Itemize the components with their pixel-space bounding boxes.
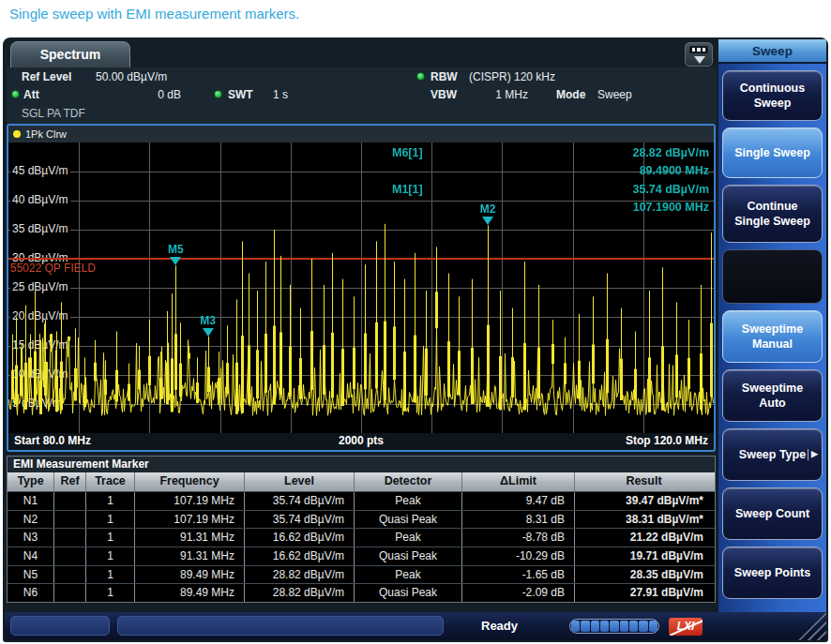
swt-value[interactable]: 1 s bbox=[273, 88, 288, 101]
cell-frequency: 91.31 MHz bbox=[135, 547, 245, 565]
cell-type: N2 bbox=[8, 511, 54, 529]
rbw-led-icon bbox=[416, 72, 425, 81]
softkey-label: Single Sweep bbox=[734, 145, 810, 160]
resize-grip-icon bbox=[798, 612, 826, 640]
marker-info-frequency: 107.1900 MHz bbox=[633, 201, 709, 214]
status-segment bbox=[10, 616, 110, 636]
cell-result: 39.47 dBµV/m* bbox=[575, 492, 713, 510]
cell-level: 28.82 dBµV/m bbox=[245, 566, 355, 584]
progress-segment bbox=[571, 621, 580, 632]
cell-ref bbox=[54, 529, 86, 547]
softkey-menu: Sweep Continuous SweepSingle SweepContin… bbox=[718, 39, 826, 612]
progress-segment bbox=[629, 621, 638, 632]
status-flags: SGL PA TDF bbox=[22, 107, 85, 120]
axis-bar: Start 80.0 MHz 2000 pts Stop 120.0 MHz bbox=[8, 433, 714, 450]
progress-segment bbox=[591, 621, 599, 632]
softkey-sweeptime-manual[interactable]: Sweeptime Manual bbox=[722, 310, 823, 363]
swt-label: SWT bbox=[228, 88, 253, 101]
progress-bar bbox=[569, 619, 659, 634]
cell-dlimit: -8.78 dB bbox=[462, 529, 575, 547]
sweep-points-label: 2000 pts bbox=[8, 433, 714, 449]
marker-info-entry: M1[1]35.74 dBµV/m107.1900 MHz bbox=[385, 183, 711, 219]
cell-ref bbox=[54, 547, 86, 565]
cell-trace: 1 bbox=[86, 492, 135, 510]
att-led-icon bbox=[11, 90, 20, 98]
cell-level: 28.82 dBµV/m bbox=[245, 584, 355, 602]
table-header-row: TypeRefTraceFrequencyLevelDetectorΔLimit… bbox=[8, 472, 715, 491]
column-header-detector: Detector bbox=[355, 472, 462, 491]
lxi-logo-icon: LXI bbox=[669, 618, 703, 636]
cell-level: 35.74 dBµV/m bbox=[245, 511, 355, 529]
cell-detector: Quasi Peak bbox=[355, 547, 462, 565]
marker-info: M6[1]28.82 dBµV/m89.4900 MHzM1[1]35.74 d… bbox=[385, 146, 711, 219]
cell-detector: Peak bbox=[355, 529, 462, 547]
table-title: EMI Measurement Marker bbox=[8, 457, 715, 472]
table-row-n5[interactable]: N5189.49 MHz28.82 dBµV/mPeak-1.65 dB28.3… bbox=[8, 565, 715, 584]
tab-spectrum[interactable]: Spectrum bbox=[10, 41, 130, 67]
table-row-n4[interactable]: N4191.31 MHz16.62 dBµV/mQuasi Peak-10.29… bbox=[8, 547, 715, 565]
cell-ref bbox=[54, 492, 86, 510]
progress-segment bbox=[620, 621, 628, 632]
cell-dlimit: 9.47 dB bbox=[462, 492, 575, 510]
ref-level-value[interactable]: 50.00 dBµV/m bbox=[96, 70, 167, 83]
settings-header: Ref Level 50.00 dBµV/m Att 0 dB SWT 1 s … bbox=[7, 67, 717, 124]
att-label: Att bbox=[23, 88, 39, 101]
att-value[interactable]: 0 dB bbox=[100, 88, 181, 101]
softkey-single-sweep[interactable]: Single Sweep bbox=[722, 127, 823, 178]
trace-color-dot-icon bbox=[13, 130, 21, 138]
cell-detector: Peak bbox=[355, 566, 462, 584]
cell-dlimit: -10.29 dB bbox=[462, 547, 575, 565]
softkey-label: Continue Single Sweep bbox=[729, 199, 816, 230]
cell-detector: Quasi Peak bbox=[355, 511, 462, 529]
status-segment bbox=[117, 616, 444, 636]
marker-info-name: M1[1] bbox=[392, 183, 423, 196]
rbw-value[interactable]: (CISPR) 120 kHz bbox=[469, 70, 555, 83]
cell-result: 38.31 dBµV/m* bbox=[575, 511, 713, 529]
cell-trace: 1 bbox=[86, 566, 135, 584]
mode-value[interactable]: Sweep bbox=[597, 88, 632, 101]
cell-dlimit: -2.09 dB bbox=[462, 584, 575, 602]
table-row-n6[interactable]: N6189.49 MHz28.82 dBµV/mQuasi Peak-2.09 … bbox=[8, 583, 715, 602]
status-ready: Ready bbox=[481, 619, 518, 633]
softkey-label: Sweeptime Auto bbox=[729, 381, 816, 412]
softkey-continue-single-sweep[interactable]: Continue Single Sweep bbox=[722, 185, 823, 243]
softkey-label: Sweep Type bbox=[739, 447, 806, 462]
softkey-sweeptime-auto[interactable]: Sweeptime Auto bbox=[722, 369, 823, 422]
softkey-label: Continuous Sweep bbox=[729, 81, 816, 112]
softkey-sweep-points[interactable]: Sweep Points bbox=[722, 547, 823, 599]
window-menu-button[interactable] bbox=[685, 42, 713, 67]
softkey-sweep-count[interactable]: Sweep Count bbox=[722, 487, 823, 540]
cell-frequency: 107.19 MHz bbox=[135, 492, 245, 510]
marker-label-m5: M5 bbox=[168, 243, 184, 256]
column-header-dlimit: ΔLimit bbox=[462, 472, 575, 491]
table-body: N11107.19 MHz35.74 dBµV/mPeak9.47 dB39.4… bbox=[8, 491, 715, 602]
marker-info-entry: M6[1]28.82 dBµV/m89.4900 MHz bbox=[385, 146, 711, 183]
cell-result: 21.22 dBµV/m bbox=[575, 529, 713, 547]
cell-trace: 1 bbox=[86, 584, 135, 602]
status-bar: Ready LXI bbox=[5, 612, 826, 640]
analyzer-window: Spectrum Ref Level 50.00 dBµV/m Att 0 dB… bbox=[3, 37, 828, 642]
softkey-label: Sweep Points bbox=[734, 565, 810, 580]
spectrum-plot[interactable]: 45 dBµV/m40 dBµV/m35 dBµV/m30 dBµV/m25 d… bbox=[8, 142, 714, 433]
column-header-frequency: Frequency bbox=[135, 472, 245, 491]
cell-type: N4 bbox=[8, 547, 54, 565]
table-row-n2[interactable]: N21107.19 MHz35.74 dBµV/mQuasi Peak8.31 … bbox=[8, 510, 715, 529]
cell-dlimit: -1.65 dB bbox=[462, 566, 575, 584]
marker-label-m3: M3 bbox=[200, 314, 216, 327]
marker-triangle-icon[interactable] bbox=[170, 257, 181, 265]
measurement-window[interactable]: 1Pk Clrw 45 dBµV/m40 dBµV/m35 dBµV/m30 d… bbox=[7, 124, 716, 452]
cell-type: N1 bbox=[8, 492, 54, 510]
softkey-empty[interactable] bbox=[722, 249, 823, 304]
chevron-down-icon bbox=[694, 56, 705, 64]
progress-segment bbox=[581, 621, 589, 632]
trace-bar: 1Pk Clrw bbox=[8, 126, 714, 142]
marker-triangle-icon[interactable] bbox=[203, 328, 214, 337]
cell-dlimit: 8.31 dB bbox=[462, 511, 575, 529]
table-row-n3[interactable]: N3191.31 MHz16.62 dBµV/mPeak-8.78 dB21.2… bbox=[8, 528, 715, 547]
table-row-n1[interactable]: N11107.19 MHz35.74 dBµV/mPeak9.47 dB39.4… bbox=[8, 491, 715, 510]
cell-type: N6 bbox=[8, 584, 54, 602]
vbw-value[interactable]: 1 MHz bbox=[447, 88, 528, 101]
tab-bar: Spectrum bbox=[7, 39, 717, 67]
softkey-sweep-type[interactable]: Sweep Type▶ bbox=[722, 428, 823, 481]
softkey-continuous-sweep[interactable]: Continuous Sweep bbox=[722, 70, 823, 121]
